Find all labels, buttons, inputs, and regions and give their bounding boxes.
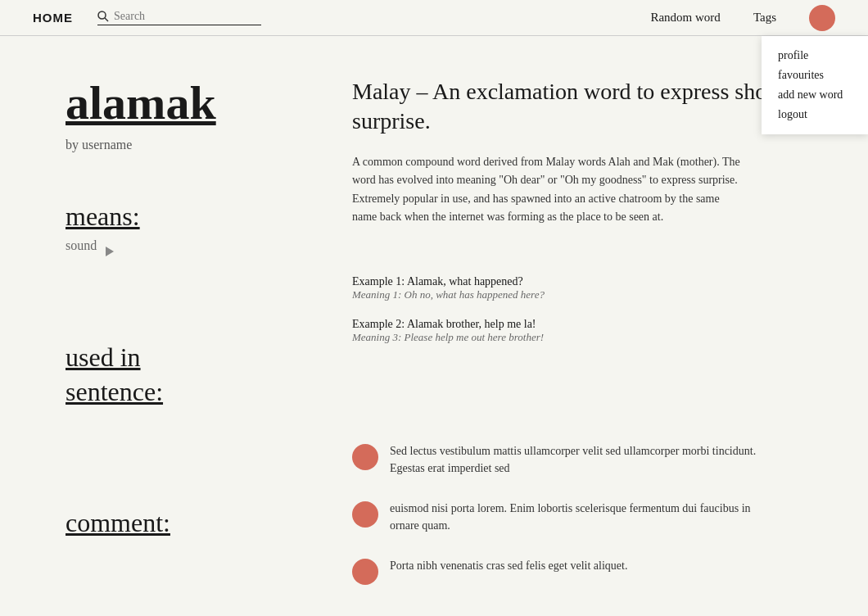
comment-2-text: euismod nisi porta lorem. Enim lobortis … xyxy=(390,500,766,534)
comment-1-text: Sed lectus vestibulum mattis ullamcorper… xyxy=(390,442,766,477)
dropdown-add-new-word[interactable]: add new word xyxy=(778,85,852,105)
example-1-meaning: Meaning 1: Oh no, what has happened here… xyxy=(352,288,819,301)
comment-2: euismod nisi porta lorem. Enim lobortis … xyxy=(352,500,819,534)
comment-3-avatar xyxy=(352,559,378,585)
comment-1-avatar xyxy=(352,444,378,470)
example-2-meaning: Meaning 3: Please help me out here broth… xyxy=(352,331,819,344)
comment-left: comment: xyxy=(66,442,328,608)
tags-link[interactable]: Tags xyxy=(753,11,776,25)
search-input[interactable] xyxy=(114,10,245,23)
used-in-label: used insentence: xyxy=(66,341,328,409)
used-in-right: Example 1: Alamak, what happened? Meanin… xyxy=(328,275,819,409)
definition-heading: Malay – An exclamation word to express s… xyxy=(352,77,819,137)
search-container xyxy=(97,10,261,25)
comment-1: Sed lectus vestibulum mattis ullamcorper… xyxy=(352,442,819,477)
comment-row: comment: Sed lectus vestibulum mattis ul… xyxy=(66,442,819,608)
definition-body: A common compound word derived from Mala… xyxy=(352,153,745,227)
means-right: Malay – An exclamation word to express s… xyxy=(328,77,819,259)
random-word-link[interactable]: Random word xyxy=(650,11,720,25)
comment-label: comment: xyxy=(66,508,328,538)
means-label: means: xyxy=(66,202,328,232)
search-icon xyxy=(97,11,109,22)
used-in-left: used insentence: xyxy=(66,275,328,409)
sound-label: sound xyxy=(66,238,97,253)
header-right: Random word Tags xyxy=(650,5,835,31)
example-1-sentence: Example 1: Alamak, what happened? xyxy=(352,275,819,288)
comment-3-text: Porta nibh venenatis cras sed felis eget… xyxy=(390,557,627,574)
dropdown-logout[interactable]: logout xyxy=(778,105,852,125)
word-title: alamak xyxy=(66,77,328,129)
dropdown-profile[interactable]: profile xyxy=(778,46,852,66)
used-in-row: used insentence: Example 1: Alamak, what… xyxy=(66,275,819,409)
dropdown-favourites[interactable]: favourites xyxy=(778,66,852,85)
svg-marker-2 xyxy=(106,247,114,256)
example-2-sentence: Example 2: Alamak brother, help me la! xyxy=(352,318,819,331)
site-header: HOME Random word Tags profile favourites… xyxy=(0,0,868,36)
means-row: alamak by username means: sound Malay – … xyxy=(66,77,819,259)
user-avatar[interactable] xyxy=(809,5,835,31)
sound-row: sound xyxy=(66,238,328,253)
means-left: alamak by username means: sound xyxy=(66,77,328,259)
home-link[interactable]: HOME xyxy=(33,11,73,25)
word-author: by username xyxy=(66,138,328,152)
comment-3: Porta nibh venenatis cras sed felis eget… xyxy=(352,557,819,585)
example-2: Example 2: Alamak brother, help me la! M… xyxy=(352,318,819,344)
example-1: Example 1: Alamak, what happened? Meanin… xyxy=(352,275,819,301)
user-dropdown-menu: profile favourites add new word logout xyxy=(762,36,868,134)
comment-2-avatar xyxy=(352,501,378,528)
comment-right: Sed lectus vestibulum mattis ullamcorper… xyxy=(328,442,819,608)
main-content: alamak by username means: sound Malay – … xyxy=(0,36,868,616)
svg-point-0 xyxy=(98,11,106,19)
svg-line-1 xyxy=(105,18,108,21)
